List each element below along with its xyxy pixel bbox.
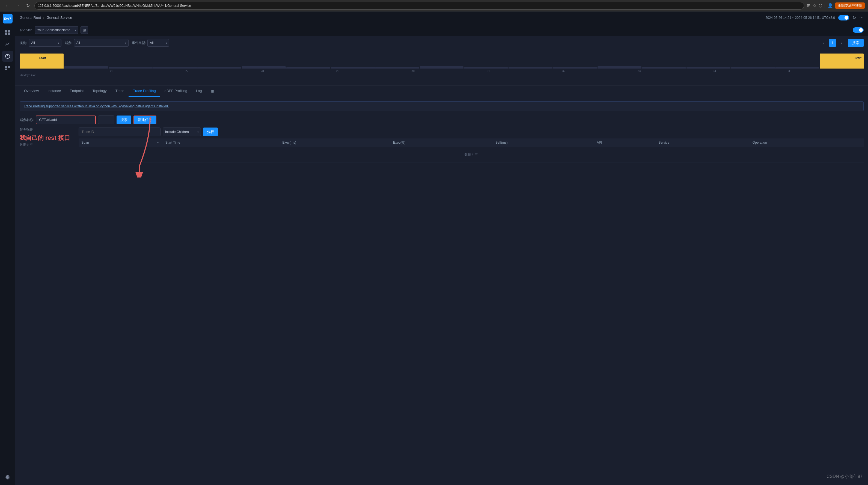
forward-button[interactable]: → <box>14 2 21 9</box>
content-area: Trace Profiling supported services writt… <box>15 97 868 485</box>
tl-28: 28 <box>261 70 336 73</box>
trace-table-body: 数据为空 <box>79 147 864 163</box>
timeline-bar-2 <box>108 67 153 68</box>
tl-30: 30 <box>412 70 487 73</box>
next-page-button[interactable]: › <box>838 39 844 46</box>
service-dropdown-wrap: Your_ApplicationName <box>35 26 78 34</box>
svg-rect-0 <box>5 30 7 32</box>
svg-rect-8 <box>5 68 7 70</box>
col-exec-ms: Exec(ms) <box>280 139 390 147</box>
instance-select-wrap: All <box>29 39 61 47</box>
breadcrumb: General-Root › General-Service <box>20 16 72 20</box>
timeline-bar-17 <box>775 67 819 68</box>
sidebar-item-chart[interactable] <box>2 39 13 50</box>
include-select-wrap: Include Children <box>163 127 201 136</box>
endpoint-filter: 端点: All <box>65 39 128 47</box>
refresh-icon[interactable]: ↻ <box>852 15 856 20</box>
task-list: 任务列表 我自己的 rest 接口 数据为空 <box>20 127 74 163</box>
prev-page-button[interactable]: ‹ <box>820 39 827 46</box>
tab-log[interactable]: Log <box>192 86 206 97</box>
timeline-bars <box>20 52 864 68</box>
tl-26: 26 <box>110 70 185 73</box>
filter-bar: 实例: All 端点: All 事件类型: <box>15 36 868 50</box>
tab-ebpf-profiling[interactable]: eBPF Profiling <box>160 86 192 97</box>
breadcrumb-root[interactable]: General-Root <box>20 16 41 20</box>
task-search-button[interactable]: 搜索 <box>117 116 131 124</box>
timeline-bar-3 <box>153 67 197 68</box>
tab-overview[interactable]: Overview <box>20 86 43 97</box>
top-bar-right: 2024-05-26 14:21 ~ 2024-05-26 14:51 UTC+… <box>765 15 864 21</box>
sidebar-logo[interactable]: Sw? <box>3 14 12 24</box>
sidebar-item-settings[interactable] <box>2 472 13 483</box>
timeline-bar-14 <box>642 67 686 68</box>
restart-button[interactable]: 重新启动即可更新 <box>835 2 865 9</box>
endpoint-name-label: 端点名称: <box>20 118 34 122</box>
main-panel: 任务列表 我自己的 rest 接口 数据为空 Include Children <box>20 127 864 163</box>
tab-copy-icon[interactable]: ▦ <box>209 87 217 95</box>
sidebar-item-widgets[interactable] <box>2 63 13 74</box>
more-icon[interactable]: ⋯ <box>859 15 864 20</box>
include-children-select[interactable]: Include Children <box>163 127 201 136</box>
star-icon: ☆ <box>813 3 816 8</box>
col-self-ms: Self(ms) <box>493 139 594 147</box>
group-button[interactable]: ⊞ <box>81 26 88 34</box>
trace-table: Span ↔ Start Time Exec(ms) Exec(%) Self(… <box>79 139 864 163</box>
endpoint-select[interactable]: All <box>74 39 129 47</box>
instance-select[interactable]: All <box>29 39 61 47</box>
tl-33: 33 <box>638 70 713 73</box>
svg-rect-7 <box>8 66 10 68</box>
svg-rect-6 <box>5 66 7 68</box>
tab-topology[interactable]: Topology <box>88 86 111 97</box>
sidebar-item-dashboard[interactable] <box>2 27 13 38</box>
back-button[interactable]: ← <box>3 2 11 9</box>
event-type-select[interactable]: All <box>147 39 169 47</box>
timeline-bar-4 <box>197 67 241 68</box>
event-type-label: 事件类型: <box>132 41 146 46</box>
theme-toggle[interactable] <box>838 15 849 21</box>
analyze-button[interactable]: 分析 <box>203 127 218 136</box>
browser-actions: ⊞ ☆ ⬡ | 👤 重新启动即可更新 <box>807 2 865 9</box>
sidebar: Sw? <box>0 11 15 485</box>
event-type-select-wrap: All <box>147 39 169 47</box>
tab-endpoint[interactable]: Endpoint <box>65 86 88 97</box>
search-button[interactable]: 搜索 <box>848 39 864 47</box>
task-list-empty: 数据为空 <box>20 143 71 147</box>
trace-panel: Include Children 分析 Span ↔ Start Time <box>74 127 864 163</box>
tab-instance[interactable]: Instance <box>43 86 65 97</box>
right-toggle[interactable] <box>853 27 864 33</box>
svg-rect-2 <box>5 32 7 35</box>
refresh-button[interactable]: ↻ <box>24 2 32 9</box>
tab-trace-profiling[interactable]: Trace Profiling <box>129 86 160 97</box>
service-dropdown[interactable]: Your_ApplicationName <box>35 26 78 34</box>
start-label-left: Start <box>37 55 48 60</box>
tl-32: 32 <box>562 70 638 73</box>
endpoint-name-input[interactable] <box>36 116 96 124</box>
timeline-bar-9 <box>420 66 464 68</box>
sidebar-item-circle[interactable] <box>2 51 13 62</box>
col-service: Service <box>656 139 749 147</box>
tab-trace[interactable]: Trace <box>111 86 129 97</box>
browser-chrome: ← → ↻ 127.0.0.1:60001/dashboard/GENERAL/… <box>0 0 868 11</box>
timeline-bar-15 <box>686 67 731 68</box>
address-bar[interactable]: 127.0.0.1:60001/dashboard/GENERAL/Servic… <box>34 2 804 9</box>
task-controls: 端点名称: 搜索 新建任务 <box>20 116 864 124</box>
duration-input[interactable] <box>98 116 114 124</box>
trace-table-header: Span ↔ Start Time Exec(ms) Exec(%) Self(… <box>79 139 864 147</box>
translate-icon: ⊞ <box>807 3 810 8</box>
page-number: 1 <box>829 39 836 47</box>
new-task-button[interactable]: 新建任务 <box>133 116 156 124</box>
tabs-bar: Overview Instance Endpoint Topology Trac… <box>15 86 868 97</box>
top-bar: General-Root › General-Service 2024-05-2… <box>15 11 868 24</box>
timeline-bar-16 <box>731 67 775 68</box>
trace-empty-cell: 数据为空 <box>79 147 864 163</box>
timeline-bar-5 <box>242 66 286 68</box>
trace-id-input[interactable] <box>79 127 160 136</box>
timeline-bar-6 <box>286 67 330 68</box>
col-span: Span <box>79 139 154 147</box>
svg-rect-3 <box>8 32 10 35</box>
tl-27: 27 <box>185 70 261 73</box>
endpoint-label: 端点: <box>65 41 72 46</box>
info-bar[interactable]: Trace Profiling supported services writt… <box>20 101 864 111</box>
datetime-label: 2024-05-26 14:21 ~ 2024-05-26 14:51 UTC+… <box>765 16 835 20</box>
trace-empty-row: 数据为空 <box>79 147 864 163</box>
